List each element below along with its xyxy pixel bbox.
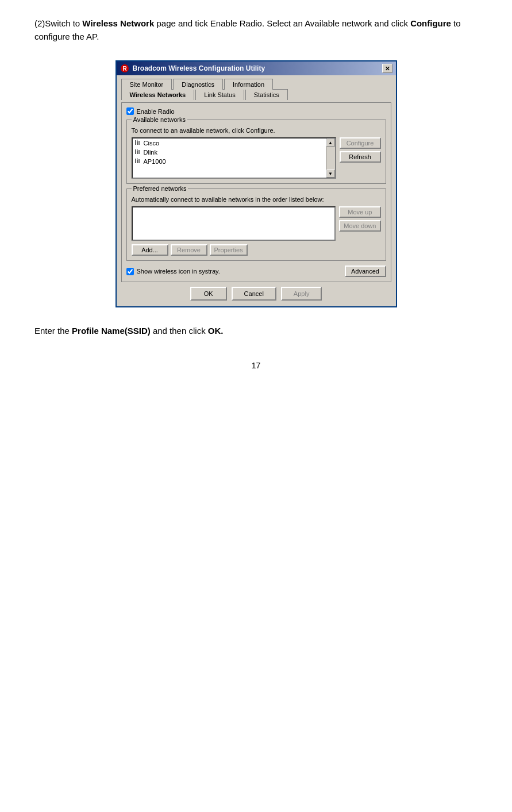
network-list-scrollbar: ▲ ▼ bbox=[326, 138, 335, 178]
available-networks-groupbox: Available networks To connect to an avai… bbox=[126, 120, 386, 184]
scrollbar-up-arrow[interactable]: ▲ bbox=[326, 138, 335, 147]
cancel-button[interactable]: Cancel bbox=[232, 287, 276, 301]
svg-text:R: R bbox=[122, 66, 127, 72]
show-wireless-left: Show wireless icon in systray. bbox=[126, 268, 220, 275]
scrollbar-down-arrow[interactable]: ▼ bbox=[326, 170, 335, 178]
preferred-networks-inner: Move up Move down bbox=[132, 206, 381, 241]
show-wireless-row: Show wireless icon in systray. Advanced bbox=[126, 265, 386, 277]
svg-rect-10 bbox=[135, 159, 136, 163]
dialog-bottom-buttons: OK Cancel Apply bbox=[121, 282, 391, 303]
available-networks-inner: Cisco bbox=[132, 137, 381, 179]
dialog-title: Broadcom Wireless Configuration Utility bbox=[133, 64, 265, 72]
tab-link-status[interactable]: Link Status bbox=[195, 89, 244, 100]
tab-wireless-networks-label: Wireless Networks bbox=[130, 91, 186, 98]
tab-diagnostics-label: Diagnostics bbox=[182, 81, 214, 88]
intro-bold-wireless: Wireless Network bbox=[82, 18, 154, 28]
tab-information[interactable]: Information bbox=[224, 79, 273, 90]
configure-button[interactable]: Configure bbox=[340, 137, 381, 149]
svg-rect-6 bbox=[135, 149, 136, 154]
available-networks-content: To connect to an available network, clic… bbox=[132, 127, 381, 179]
tab-wireless-networks[interactable]: Wireless Networks bbox=[121, 89, 195, 100]
network-list: Cisco bbox=[133, 138, 326, 178]
preferred-list bbox=[132, 206, 336, 241]
tab-statistics[interactable]: Statistics bbox=[245, 89, 288, 100]
apply-button[interactable]: Apply bbox=[281, 287, 322, 301]
dialog-body: Site Monitor Diagnostics Information Wir… bbox=[117, 75, 396, 306]
svg-rect-11 bbox=[137, 160, 138, 163]
tab-site-monitor[interactable]: Site Monitor bbox=[121, 79, 172, 90]
scrollbar-track bbox=[326, 147, 335, 170]
show-wireless-label: Show wireless icon in systray. bbox=[137, 268, 220, 275]
ap1000-label: AP1000 bbox=[144, 158, 166, 165]
svg-rect-8 bbox=[138, 150, 140, 154]
properties-button[interactable]: Properties bbox=[210, 244, 248, 256]
footer-bold-profile: Profile Name(SSID) bbox=[72, 326, 151, 336]
footer-text-mid: and then click bbox=[151, 326, 208, 336]
network-item-cisco[interactable]: Cisco bbox=[133, 138, 326, 148]
intro-paragraph: (2)Switch to Wireless Network page and t… bbox=[34, 17, 478, 43]
svg-rect-2 bbox=[135, 140, 136, 145]
ap1000-icon bbox=[134, 157, 141, 166]
enable-radio-row: Enable Radio bbox=[126, 107, 386, 115]
broadcom-dialog: R Broadcom Wireless Configuration Utilit… bbox=[116, 60, 397, 307]
svg-rect-4 bbox=[138, 141, 140, 145]
show-wireless-checkbox[interactable] bbox=[126, 268, 134, 275]
page-number: 17 bbox=[34, 361, 478, 370]
tab-site-monitor-label: Site Monitor bbox=[130, 81, 164, 88]
network-list-container: Cisco bbox=[132, 137, 336, 179]
enable-radio-checkbox[interactable] bbox=[126, 107, 134, 115]
tab-statistics-label: Statistics bbox=[254, 91, 279, 98]
tab-row-2: Wireless Networks Link Status Statistics bbox=[121, 89, 391, 100]
cisco-icon bbox=[134, 139, 141, 147]
footer-paragraph: Enter the Profile Name(SSID) and then cl… bbox=[34, 325, 478, 338]
enable-radio-label: Enable Radio bbox=[137, 108, 175, 115]
intro-text-mid: page and tick Enable Radio. Select an Av… bbox=[154, 18, 410, 28]
tab-diagnostics[interactable]: Diagnostics bbox=[173, 79, 223, 90]
tab-information-label: Information bbox=[233, 81, 264, 88]
remove-button[interactable]: Remove bbox=[171, 244, 207, 256]
preferred-network-buttons: Move up Move down bbox=[339, 206, 380, 241]
preferred-networks-legend: Preferred networks bbox=[132, 185, 188, 192]
titlebar-left: R Broadcom Wireless Configuration Utilit… bbox=[120, 64, 265, 73]
available-networks-desc: To connect to an available network, clic… bbox=[132, 127, 381, 134]
preferred-bottom-buttons: Add... Remove Properties bbox=[132, 244, 381, 256]
network-item-ap1000[interactable]: AP1000 bbox=[133, 157, 326, 166]
dialog-wrapper: R Broadcom Wireless Configuration Utilit… bbox=[34, 60, 478, 307]
svg-rect-3 bbox=[137, 141, 138, 145]
footer-bold-ok: OK. bbox=[208, 326, 224, 336]
preferred-networks-desc: Automatically connect to available netwo… bbox=[132, 196, 381, 203]
add-button[interactable]: Add... bbox=[132, 244, 168, 256]
cisco-label: Cisco bbox=[144, 140, 160, 147]
move-down-button[interactable]: Move down bbox=[339, 220, 380, 232]
available-networks-legend: Available networks bbox=[132, 116, 188, 123]
close-button[interactable]: ✕ bbox=[382, 64, 392, 73]
move-up-button[interactable]: Move up bbox=[339, 206, 380, 218]
svg-rect-12 bbox=[138, 159, 140, 163]
preferred-networks-groupbox: Preferred networks Automatically connect… bbox=[126, 188, 386, 261]
intro-bold-configure: Configure bbox=[410, 18, 451, 28]
preferred-networks-content: Automatically connect to available netwo… bbox=[132, 196, 381, 256]
available-network-buttons: Configure Refresh bbox=[340, 137, 381, 179]
dlink-icon bbox=[134, 148, 141, 156]
intro-text-prefix: (2)Switch to bbox=[34, 18, 82, 28]
tab-row-1: Site Monitor Diagnostics Information bbox=[121, 79, 391, 90]
broadcom-icon: R bbox=[120, 64, 129, 73]
dialog-titlebar: R Broadcom Wireless Configuration Utilit… bbox=[117, 61, 396, 75]
network-item-dlink[interactable]: Dlink bbox=[133, 148, 326, 157]
dlink-label: Dlink bbox=[144, 149, 157, 156]
ok-button[interactable]: OK bbox=[190, 287, 227, 301]
tab-panel-wireless: Enable Radio Available networks To conne… bbox=[121, 102, 391, 282]
footer-text-prefix: Enter the bbox=[34, 326, 72, 336]
advanced-button[interactable]: Advanced bbox=[345, 265, 386, 277]
svg-rect-7 bbox=[137, 151, 138, 154]
refresh-button[interactable]: Refresh bbox=[340, 151, 381, 163]
tab-link-status-label: Link Status bbox=[204, 91, 235, 98]
